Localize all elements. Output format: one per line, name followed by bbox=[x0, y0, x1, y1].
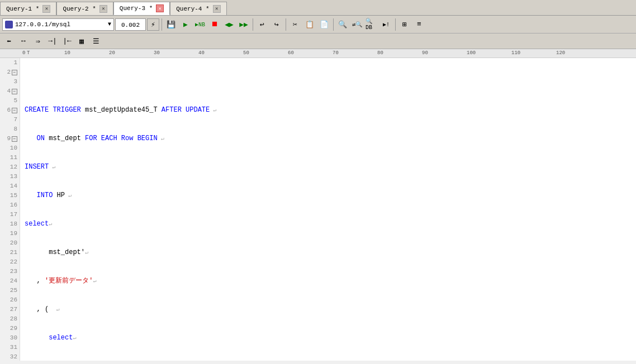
tab-query4-label: Query-4 * bbox=[176, 6, 209, 12]
tab-query1[interactable]: Query-1 * ✕ bbox=[0, 2, 56, 15]
line-num-13: 13 bbox=[0, 172, 20, 181]
undo-button[interactable]: ↩ bbox=[255, 18, 269, 31]
tab-query1-label: Query-1 * bbox=[6, 6, 39, 12]
align-center-button[interactable]: ↔ bbox=[17, 35, 30, 48]
line-num-14: 14 bbox=[0, 181, 20, 191]
ruler-mark-60: 60 bbox=[288, 50, 294, 56]
line-num-1: 1 bbox=[0, 58, 20, 68]
stop-icon: ⏹ bbox=[211, 20, 219, 28]
copy-button[interactable]: 📋 bbox=[303, 18, 316, 31]
align-left-button[interactable]: ⬅ bbox=[2, 35, 16, 48]
save-icon: 💾 bbox=[167, 20, 175, 29]
save-button[interactable]: 💾 bbox=[164, 18, 178, 31]
db-icon bbox=[5, 21, 13, 28]
redo-button[interactable]: ↪ bbox=[270, 18, 283, 31]
line-num-16: 16 bbox=[0, 200, 20, 210]
ruler-mark-120: 120 bbox=[556, 50, 565, 56]
find-button[interactable]: 🔍 bbox=[336, 18, 349, 31]
separator-1 bbox=[162, 18, 162, 31]
stop-button[interactable]: ⚡ bbox=[147, 18, 159, 31]
undo-icon: ↩ bbox=[260, 20, 264, 29]
tab-query3-label: Query-3 * bbox=[120, 5, 153, 12]
line-num-21: 21 bbox=[0, 248, 20, 257]
separator-5 bbox=[395, 18, 396, 31]
fold-6[interactable]: − bbox=[12, 108, 17, 113]
tab-bar: Query-1 * ✕ Query-2 * ✕ Query-3 * ✕ Quer… bbox=[0, 0, 636, 16]
format-grid-button[interactable]: ▦ bbox=[75, 35, 88, 48]
ruler-mark-10: 10 bbox=[64, 50, 70, 56]
ruler-mark-110: 110 bbox=[511, 50, 520, 56]
replace-button[interactable]: ⇄🔍 bbox=[350, 18, 364, 31]
editor-container: 1 2− 3 4− 5 6− 7 8 9− 10 11 12 13 14 15 … bbox=[0, 58, 636, 361]
fold-4[interactable]: − bbox=[12, 89, 17, 94]
ruler-mark-50: 50 bbox=[243, 50, 249, 56]
tab-query2[interactable]: Query-2 * ✕ bbox=[56, 2, 113, 15]
line-num-12: 12 bbox=[0, 162, 20, 172]
copy-icon: 📋 bbox=[305, 20, 314, 29]
fold-2[interactable]: − bbox=[12, 70, 17, 75]
indent-button[interactable]: →| bbox=[46, 35, 59, 48]
replace-icon: ⇄🔍 bbox=[352, 21, 362, 28]
list-button[interactable]: ≡ bbox=[412, 18, 426, 31]
tab-query2-close[interactable]: ✕ bbox=[99, 5, 107, 13]
ruler-mark-70: 70 bbox=[333, 50, 339, 56]
paste-button[interactable]: 📄 bbox=[317, 18, 331, 31]
code-content[interactable]: CREATE TRIGGER mst_deptUpdate45_T AFTER … bbox=[20, 58, 636, 361]
line-num-23: 23 bbox=[0, 267, 20, 276]
align-left-icon: ⬅ bbox=[7, 37, 11, 46]
run-nb-button[interactable]: ▶NB bbox=[193, 18, 207, 31]
line-num-25: 25 bbox=[0, 286, 20, 295]
line-num-3: 3 bbox=[0, 77, 20, 87]
tab-query3-close[interactable]: ✕ bbox=[156, 4, 164, 12]
prev-button[interactable]: ◀▶ bbox=[222, 18, 236, 31]
connection-label: 127.0.0.1/mysql bbox=[15, 21, 70, 28]
line-num-24: 24 bbox=[0, 276, 20, 286]
line-num-9: 9− bbox=[0, 134, 20, 143]
exec-button[interactable]: ▶! bbox=[379, 18, 393, 31]
ruler-mark-20: 20 bbox=[109, 50, 115, 56]
run-button[interactable]: ▶ bbox=[179, 18, 192, 31]
ruler: 0 T 10 20 30 40 50 60 70 80 90 100 110 1… bbox=[0, 49, 636, 58]
outdent-button[interactable]: |← bbox=[60, 35, 74, 48]
redo-icon: ↪ bbox=[274, 20, 279, 29]
tab-query4-close[interactable]: ✕ bbox=[213, 5, 221, 13]
ruler-mark-90: 90 bbox=[422, 50, 428, 56]
fold-9[interactable]: − bbox=[12, 136, 17, 142]
line-num-30: 30 bbox=[0, 333, 20, 343]
tab-query2-label: Query-2 * bbox=[63, 6, 96, 12]
toolbar-row1: 127.0.0.1/mysql ▼ 0.002 ⚡ 💾 ▶ ▶NB ⏹ ◀▶ ▶… bbox=[0, 16, 636, 33]
toolbar-row2: ⬅ ↔ ⇒ →| |← ▦ ☰ bbox=[0, 33, 636, 49]
line-num-8: 8 bbox=[0, 124, 20, 134]
next-button[interactable]: ▶▶ bbox=[237, 18, 250, 31]
separator-4 bbox=[333, 18, 334, 31]
connection-dropdown[interactable]: 127.0.0.1/mysql ▼ bbox=[2, 18, 114, 31]
line-num-22: 22 bbox=[0, 257, 20, 267]
tab-query3[interactable]: Query-3 * ✕ bbox=[113, 2, 170, 15]
line-num-6: 6− bbox=[0, 106, 20, 115]
line-num-15: 15 bbox=[0, 191, 20, 200]
format-list-button[interactable]: ☰ bbox=[89, 35, 103, 48]
line-num-27: 27 bbox=[0, 305, 20, 314]
next-icon: ▶▶ bbox=[239, 20, 248, 29]
line-num-11: 11 bbox=[0, 153, 20, 162]
align-right-icon: ⇒ bbox=[36, 37, 40, 46]
ruler-mark-30: 30 bbox=[154, 50, 160, 56]
tab-query1-close[interactable]: ✕ bbox=[42, 5, 50, 13]
tab-query4[interactable]: Query-4 * ✕ bbox=[170, 2, 226, 15]
line-2: CREATE TRIGGER mst_deptUpdate45_T AFTER … bbox=[20, 106, 636, 115]
ruler-mark-40: 40 bbox=[198, 50, 205, 56]
cut-button[interactable]: ✂ bbox=[288, 18, 302, 31]
query-time-display: 0.002 bbox=[115, 18, 146, 31]
line-3: ON mst_dept FOR EACH Row BEGIN ↵ bbox=[20, 134, 636, 143]
grid-button[interactable]: ⊞ bbox=[398, 18, 411, 31]
format-list-icon: ☰ bbox=[93, 37, 99, 46]
separator-2 bbox=[253, 18, 253, 31]
stop-exec-button[interactable]: ⏹ bbox=[208, 18, 221, 31]
search-db-button[interactable]: 🔍DB bbox=[365, 18, 378, 31]
align-right-button[interactable]: ⇒ bbox=[31, 35, 45, 48]
ruler-mark-0: 0 bbox=[22, 50, 25, 56]
search-db-icon: 🔍DB bbox=[366, 18, 378, 31]
line-numbers: 1 2− 3 4− 5 6− 7 8 9− 10 11 12 13 14 15 … bbox=[0, 58, 20, 361]
dropdown-arrow-icon: ▼ bbox=[108, 21, 111, 27]
line-5: INTO HP ↵ bbox=[20, 191, 636, 200]
